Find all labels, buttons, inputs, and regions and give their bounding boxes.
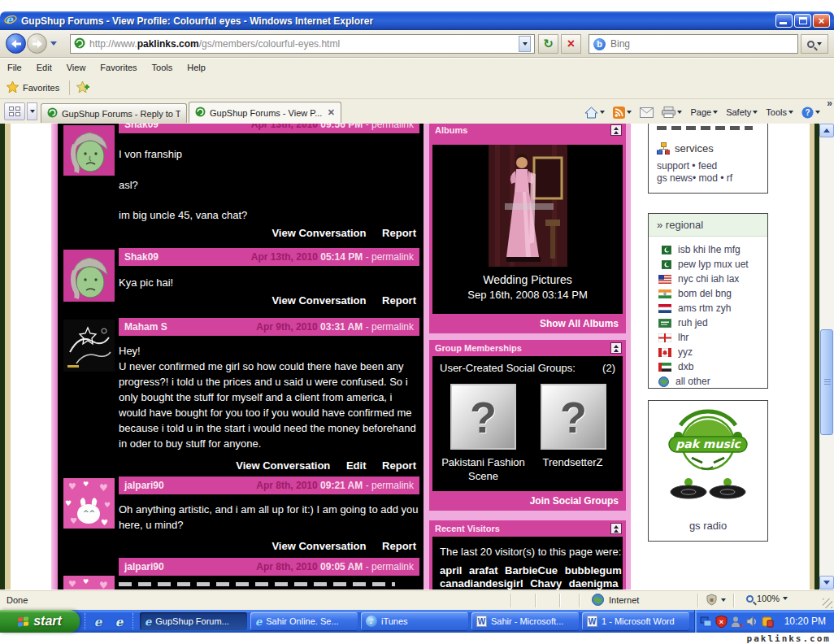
collapse-icon[interactable] (610, 124, 622, 136)
post-author-link[interactable]: jalpari90 (124, 561, 164, 572)
quick-launch-ie-icon[interactable]: e (91, 615, 105, 629)
resize-grip[interactable] (823, 598, 832, 608)
regional-link-pakistan-2[interactable]: pew lyp mux uet (658, 259, 749, 270)
album-thumbnail[interactable] (489, 145, 567, 267)
visitor-names[interactable]: april arafat BarbieCue bubblegum (440, 564, 622, 577)
services-links-1[interactable]: support • feed (657, 160, 717, 172)
regional-link-all-other[interactable]: all other (658, 376, 710, 387)
menu-help[interactable]: Help (180, 63, 213, 72)
refresh-button[interactable]: ↻ (538, 34, 558, 54)
restore-button[interactable] (794, 14, 811, 28)
help-button[interactable]: ? (799, 107, 823, 119)
post-author-link[interactable]: Maham S (124, 321, 167, 333)
tab-close-icon[interactable]: ✕ (328, 107, 335, 118)
address-bar[interactable]: http://www.paklinks.com/gs/members/colou… (70, 34, 535, 54)
regional-link-uae[interactable]: dxb (658, 361, 693, 372)
messenger-offline-tray-icon[interactable]: x (731, 616, 743, 628)
report-link[interactable]: Report (382, 294, 416, 307)
zoom-control[interactable]: 100% (746, 594, 788, 603)
gs-radio-link[interactable]: gs radio (649, 520, 767, 532)
permalink-link[interactable]: permalink (371, 124, 414, 130)
menu-view[interactable]: View (59, 63, 93, 72)
tab-reply-thread[interactable]: GupShup Forums - Reply to T... (41, 103, 187, 123)
scroll-down-button[interactable] (819, 576, 834, 590)
regional-link-england[interactable]: lhr (658, 332, 688, 343)
read-mail-button[interactable] (637, 107, 656, 118)
view-conversation-link[interactable]: View Conversation (236, 459, 330, 472)
avatar[interactable] (63, 320, 115, 372)
permalink-link[interactable]: permalink (371, 480, 414, 491)
search-button[interactable] (801, 34, 828, 54)
safety-menu-button[interactable]: Safety (723, 107, 760, 117)
post-author-link[interactable]: Shak09 (124, 124, 159, 130)
group-thumbnail[interactable]: ? (450, 384, 516, 450)
group-name-link[interactable]: TrendsetterZ (522, 455, 623, 469)
group-thumbnail[interactable]: ? (541, 384, 606, 450)
regional-link-netherlands[interactable]: ams rtm zyh (658, 302, 731, 314)
toolbar-overflow-chevron[interactable]: » (827, 98, 832, 109)
album-title-link[interactable]: Wedding Pictures (432, 273, 623, 286)
report-link[interactable]: Report (382, 540, 416, 552)
protected-mode-control[interactable] (706, 594, 726, 606)
taskbar-button-sahir-online[interactable]: e Sahir Online. Se... (250, 612, 358, 630)
post-author-link[interactable]: jalpari90 (124, 480, 164, 491)
scroll-up-button[interactable] (819, 124, 834, 137)
tools-menu-button[interactable]: Tools (763, 107, 796, 117)
home-button[interactable] (582, 107, 607, 119)
taskbar-button-itunes[interactable]: ♪ iTunes (361, 612, 468, 630)
favorites-button[interactable]: Favorites (23, 83, 59, 93)
visitor-names[interactable]: canadiandesigirl Chavy daenigma falafel (440, 577, 623, 590)
view-conversation-link[interactable]: View Conversation (271, 540, 366, 552)
feeds-button[interactable] (610, 107, 634, 119)
services-links-2[interactable]: gs news• mod • rf (657, 172, 732, 184)
tab-view-profile[interactable]: GupShup Forums - View P... ✕ (189, 102, 341, 123)
address-dropdown[interactable] (519, 36, 531, 52)
view-conversation-link[interactable]: View Conversation (271, 227, 366, 239)
tab-list-dropdown[interactable] (27, 102, 37, 120)
search-box[interactable]: b (589, 34, 798, 54)
volume-tray-icon[interactable] (746, 616, 758, 628)
edit-link[interactable]: Edit (346, 459, 367, 472)
security-alert-tray-icon[interactable]: × (715, 616, 728, 628)
regional-link-pakistan-1[interactable]: isb khi lhe mfg (658, 244, 741, 255)
avatar[interactable]: ♥♥♥♥♥♥♥^^ (63, 478, 115, 529)
report-link[interactable]: Report (382, 459, 416, 472)
collapse-icon[interactable] (610, 523, 622, 534)
recent-pages-dropdown[interactable] (50, 41, 57, 46)
permalink-link[interactable]: permalink (371, 321, 414, 333)
menu-file[interactable]: File (0, 63, 29, 72)
regional-link-india[interactable]: bom del bng (658, 288, 732, 299)
start-button[interactable]: start (0, 610, 80, 633)
services-label[interactable]: services (675, 142, 714, 154)
forward-button[interactable] (27, 33, 47, 54)
view-conversation-link[interactable]: View Conversation (271, 294, 366, 307)
post-author-link[interactable]: Shak09 (124, 251, 159, 263)
scrollbar-thumb[interactable] (820, 329, 833, 435)
menu-favorites[interactable]: Favorites (93, 63, 144, 72)
group-name-link[interactable]: Pakistani Fashion Scene (432, 455, 534, 483)
permalink-link[interactable]: permalink (371, 561, 414, 572)
pak-music-logo[interactable]: pak music (653, 407, 763, 503)
network-tray-icon[interactable] (700, 616, 712, 628)
join-social-groups-link[interactable]: Join Social Groups (429, 491, 626, 509)
collapse-icon[interactable] (610, 342, 622, 354)
alert-tray-icon[interactable] (762, 616, 774, 628)
menu-tools[interactable]: Tools (145, 63, 180, 72)
close-button[interactable]: × (813, 14, 830, 28)
avatar[interactable] (63, 125, 115, 176)
vertical-scrollbar[interactable] (819, 124, 834, 590)
add-favorite-icon[interactable] (76, 81, 89, 94)
search-input[interactable] (610, 38, 757, 50)
quick-launch-browser-icon[interactable]: e (112, 615, 126, 629)
minimize-button[interactable] (775, 14, 793, 28)
page-menu-button[interactable]: Page (688, 107, 720, 117)
avatar[interactable]: ♥♥♥♥♥^^ (63, 576, 115, 590)
clock[interactable]: 10:20 PM (784, 616, 826, 627)
report-link[interactable]: Report (382, 227, 416, 239)
menu-edit[interactable]: Edit (29, 63, 59, 72)
regional-link-usa[interactable]: nyc chi iah lax (658, 273, 739, 285)
regional-link-canada[interactable]: yyz (658, 346, 693, 358)
permalink-link[interactable]: permalink (371, 251, 414, 263)
quick-tabs-button[interactable] (4, 102, 25, 120)
taskbar-button-gupshup[interactable]: e GupShup Forum... (140, 612, 247, 630)
